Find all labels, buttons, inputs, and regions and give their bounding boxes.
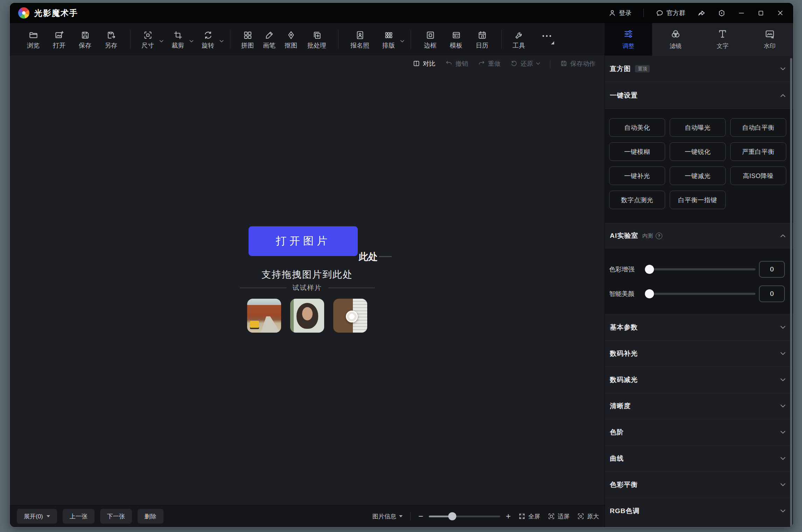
toolbar-border[interactable]: 边框 <box>417 30 443 49</box>
section-clarity[interactable]: 清晰度 <box>605 393 793 419</box>
fit-screen-button[interactable]: 适屏 <box>548 512 570 520</box>
chevron-down-icon[interactable] <box>189 38 194 44</box>
maximize-button[interactable] <box>757 9 765 17</box>
toolbar-layout[interactable]: 排版 <box>378 30 404 49</box>
sample-photo-portrait[interactable] <box>290 299 324 333</box>
toolbar-divider <box>130 30 131 49</box>
corner-expand-icon <box>551 41 554 44</box>
expand-filmstrip-button[interactable]: 展开(0) <box>17 509 57 524</box>
section-rgb-tone[interactable]: RGB色调 <box>605 498 793 524</box>
fullscreen-button[interactable]: 全屏 <box>518 512 540 520</box>
toolbar-open[interactable]: 打开 <box>46 30 72 49</box>
toolbar-tools[interactable]: 工具 <box>508 30 530 49</box>
toolbar-resize[interactable]: 尺寸 <box>137 30 163 49</box>
tab-filters[interactable]: 滤镜 <box>652 23 699 56</box>
close-button[interactable] <box>776 9 784 17</box>
official-group-button[interactable]: 官方群 <box>656 9 685 17</box>
smart-beauty-slider[interactable] <box>648 293 755 295</box>
one-key-blur-button[interactable]: 一键模糊 <box>609 142 665 161</box>
section-basic-params[interactable]: 基本参数 <box>605 314 793 340</box>
sample-photo-desk[interactable] <box>333 299 367 333</box>
smart-beauty-value[interactable]: 0 <box>759 285 785 302</box>
one-key-fill-light-button[interactable]: 一键补光 <box>609 166 665 185</box>
section-histogram[interactable]: 直方图 置顶 <box>605 56 793 82</box>
chevron-down-icon[interactable] <box>400 38 404 44</box>
slider-knob[interactable] <box>645 289 654 298</box>
section-curves[interactable]: 曲线 <box>605 445 793 471</box>
save-action-icon <box>560 60 567 67</box>
zoom-in-button[interactable]: + <box>506 512 511 520</box>
samples-divider-right <box>328 288 375 288</box>
help-icon[interactable]: ? <box>656 233 662 239</box>
toolbar-cutout[interactable]: 抠图 <box>280 30 302 49</box>
chevron-down-icon <box>780 378 786 382</box>
digital-spot-metering-button[interactable]: 数字点测光 <box>609 191 665 209</box>
toolbar-browse[interactable]: 浏览 <box>20 30 46 49</box>
delete-image-button[interactable]: 删除 <box>138 509 163 524</box>
previous-image-button[interactable]: 上一张 <box>63 509 95 524</box>
caret-down-icon <box>47 515 50 517</box>
image-canvas-dropzone[interactable]: 此处 打开图片 支持拖拽图片到此处 试试样片 <box>10 71 605 505</box>
white-balance-one-touch-button[interactable]: 白平衡一指键 <box>670 191 726 209</box>
auto-exposure-button[interactable]: 自动曝光 <box>670 118 726 137</box>
app-window: 光影魔术手 登录 官方群 <box>10 3 793 527</box>
minimize-button[interactable] <box>738 9 745 17</box>
toolbar-collage[interactable]: 拼图 <box>237 30 258 49</box>
chevron-down-icon[interactable] <box>536 62 540 65</box>
open-image-button[interactable]: 打开图片 <box>249 226 358 256</box>
section-digital-dim-light[interactable]: 数码减光 <box>605 367 793 393</box>
sample-photo-canyon[interactable] <box>247 299 281 333</box>
toolbar-brush[interactable]: 画笔 <box>258 30 280 49</box>
original-size-button[interactable]: 原大 <box>577 512 599 520</box>
tab-watermark[interactable]: 水印 <box>746 23 794 56</box>
samples-divider-left <box>240 288 286 288</box>
chevron-down-icon[interactable] <box>159 38 163 44</box>
toolbar-rotate[interactable]: 旋转 <box>197 30 224 49</box>
toolbar-batch[interactable]: 批处理 <box>302 30 332 49</box>
section-color-balance[interactable]: 色彩平衡 <box>605 471 793 498</box>
toolbar-id-photo[interactable]: 报名照 <box>345 30 375 49</box>
share-button[interactable] <box>697 9 706 17</box>
section-ai-lab[interactable]: AI实验室 内测 ? <box>605 223 793 248</box>
section-onekey-settings[interactable]: 一键设置 <box>605 82 793 108</box>
toolbar-save-as[interactable]: 另存 <box>98 30 124 49</box>
image-info-dropdown[interactable]: 图片信息 <box>372 512 403 520</box>
tab-text[interactable]: 文字 <box>699 23 746 56</box>
zoom-slider[interactable] <box>429 516 500 517</box>
severe-white-balance-button[interactable]: 严重白平衡 <box>730 142 786 161</box>
restore-button[interactable]: 还原 <box>510 59 540 68</box>
redo-button[interactable]: 重做 <box>478 59 501 68</box>
auto-white-balance-button[interactable]: 自动白平衡 <box>730 118 786 137</box>
login-button[interactable]: 登录 <box>608 9 632 17</box>
auto-beautify-button[interactable]: 自动美化 <box>609 118 665 137</box>
chevron-down-icon[interactable] <box>219 38 224 44</box>
zoom-out-button[interactable]: − <box>418 512 423 520</box>
section-digital-fill-light[interactable]: 数码补光 <box>605 340 793 367</box>
save-action-button[interactable]: 保存动作 <box>560 59 595 68</box>
compare-button[interactable]: 对比 <box>413 59 435 68</box>
high-iso-denoise-button[interactable]: 高ISO降噪 <box>730 166 786 185</box>
toolbar-more-button[interactable] <box>535 34 559 44</box>
one-key-dim-light-button[interactable]: 一键减光 <box>670 166 726 185</box>
zoom-slider-knob[interactable] <box>448 512 456 520</box>
canvas-header: 对比 撤销 重做 还原 保存动作 <box>10 56 605 71</box>
toolbar-template[interactable]: 模板 <box>443 30 469 49</box>
settings-button[interactable] <box>718 9 726 17</box>
panel-scrollbar[interactable] <box>790 58 792 527</box>
toolbar-save[interactable]: 保存 <box>72 30 98 49</box>
pin-top-badge[interactable]: 置顶 <box>635 65 650 72</box>
toolbar-crop[interactable]: 裁剪 <box>167 30 194 49</box>
chevron-down-icon <box>780 483 786 487</box>
tab-adjust[interactable]: 调整 <box>605 23 652 56</box>
filter-circles-icon <box>670 29 681 39</box>
one-key-sharpen-button[interactable]: 一键锐化 <box>670 142 726 161</box>
undo-button[interactable]: 撤销 <box>445 59 468 68</box>
border-frame-icon <box>426 30 435 40</box>
color-enhance-value[interactable]: 0 <box>759 261 785 278</box>
section-levels[interactable]: 色阶 <box>605 419 793 445</box>
toolbar-calendar[interactable]: 日历 <box>469 30 495 49</box>
slider-knob[interactable] <box>645 265 654 274</box>
color-enhance-slider[interactable] <box>648 268 755 270</box>
next-image-button[interactable]: 下一张 <box>100 509 132 524</box>
rotate-icon <box>203 30 213 40</box>
